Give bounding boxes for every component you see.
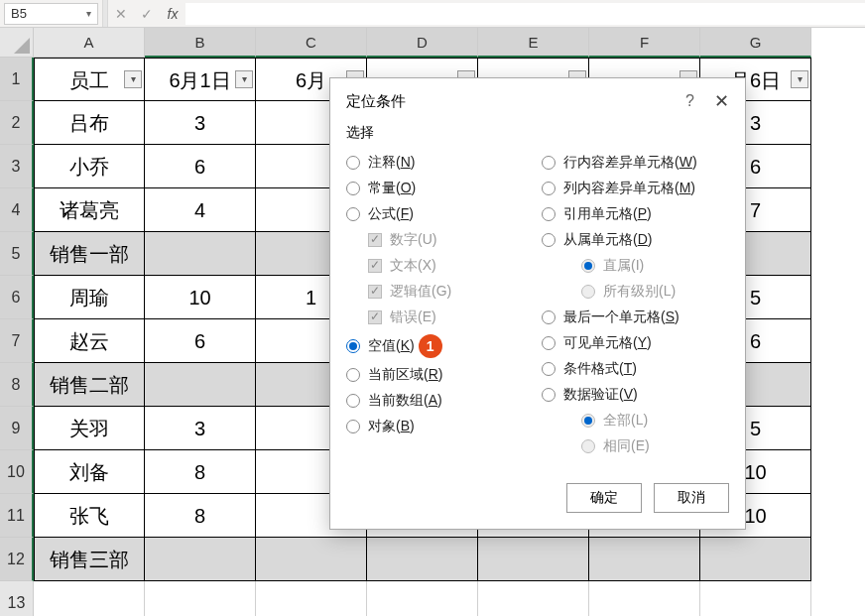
cell[interactable]: 3 — [145, 407, 256, 450]
formula-input[interactable] — [185, 3, 865, 25]
help-icon[interactable]: ? — [685, 92, 694, 110]
option-blank[interactable]: 空值(K)1 — [346, 330, 534, 362]
radio-icon[interactable] — [542, 336, 556, 350]
cell[interactable]: 周瑜 — [34, 276, 145, 319]
row-header[interactable]: 8 — [0, 363, 34, 407]
cell[interactable] — [589, 581, 700, 616]
option-last[interactable]: 最后一个单元格(S) — [542, 305, 729, 330]
row-header[interactable]: 3 — [0, 145, 34, 188]
fx-icon[interactable]: fx — [160, 6, 185, 22]
column-header[interactable]: F — [589, 28, 700, 58]
cell[interactable] — [478, 538, 589, 581]
column-header[interactable]: G — [700, 28, 811, 58]
option-array[interactable]: 当前数组(A) — [346, 388, 534, 414]
select-all-triangle[interactable] — [0, 28, 34, 58]
cell[interactable] — [145, 232, 256, 276]
option-valid[interactable]: 数据验证(V) — [542, 382, 729, 408]
column-header[interactable]: B — [145, 28, 256, 58]
radio-icon[interactable] — [346, 207, 360, 221]
radio-icon[interactable] — [346, 182, 360, 195]
cell[interactable]: 3 — [145, 101, 256, 145]
column-header[interactable]: D — [367, 28, 478, 58]
cell[interactable] — [145, 538, 256, 581]
cell[interactable]: 小乔 — [34, 145, 145, 188]
row-header[interactable]: 12 — [0, 538, 34, 581]
option-comment[interactable]: 注释(N) — [346, 150, 534, 176]
cell[interactable]: 赵云 — [34, 319, 145, 363]
option-object[interactable]: 对象(B) — [346, 414, 534, 439]
cell[interactable] — [145, 363, 256, 407]
filter-dropdown-icon[interactable]: ▾ — [791, 70, 808, 88]
cell[interactable]: 刘备 — [34, 450, 145, 494]
row-header[interactable]: 1 — [0, 58, 34, 101]
radio-icon[interactable] — [346, 368, 360, 382]
radio-icon[interactable] — [346, 339, 360, 353]
cell[interactable] — [700, 581, 811, 616]
radio-icon[interactable] — [346, 156, 360, 170]
enter-formula-icon[interactable]: ✓ — [134, 6, 160, 22]
cell[interactable]: 10 — [145, 276, 256, 319]
radio-icon[interactable] — [542, 362, 556, 376]
cell[interactable]: 8 — [145, 494, 256, 538]
option-cond[interactable]: 条件格式(T) — [542, 356, 729, 382]
ok-button[interactable]: 确定 — [566, 483, 642, 513]
radio-icon[interactable] — [542, 156, 556, 170]
cell[interactable] — [367, 581, 478, 616]
cell[interactable]: 销售一部 — [34, 232, 145, 276]
option-region[interactable]: 当前区域(R) — [346, 362, 534, 388]
row-header[interactable]: 10 — [0, 450, 34, 494]
radio-icon[interactable] — [542, 233, 556, 247]
row-header[interactable]: 13 — [0, 581, 34, 616]
cell[interactable]: 6 — [145, 319, 256, 363]
cell[interactable]: 吕布 — [34, 101, 145, 145]
cell[interactable]: 4 — [145, 188, 256, 232]
cell[interactable] — [589, 538, 700, 581]
row-header[interactable]: 6 — [0, 276, 34, 319]
row-header[interactable]: 4 — [0, 188, 34, 232]
cell[interactable] — [256, 538, 367, 581]
radio-icon[interactable] — [542, 182, 556, 195]
column-header[interactable]: E — [478, 28, 589, 58]
cancel-button[interactable]: 取消 — [654, 483, 729, 513]
column-header[interactable]: C — [256, 28, 367, 58]
cell[interactable] — [478, 581, 589, 616]
cell[interactable]: 诸葛亮 — [34, 188, 145, 232]
option-rowdiff[interactable]: 行内容差异单元格(W) — [542, 150, 729, 176]
radio-icon[interactable] — [542, 388, 556, 402]
cell[interactable] — [367, 538, 478, 581]
row-header[interactable]: 7 — [0, 319, 34, 363]
radio-icon[interactable] — [542, 310, 556, 324]
cell[interactable]: 张飞 — [34, 494, 145, 538]
row-header[interactable]: 11 — [0, 494, 34, 538]
filter-dropdown-icon[interactable]: ▾ — [235, 70, 253, 88]
option-formula[interactable]: 公式(F) — [346, 201, 534, 227]
close-icon[interactable]: ✕ — [714, 90, 729, 112]
cell[interactable]: 关羽 — [34, 407, 145, 450]
cancel-formula-icon[interactable]: ✕ — [108, 6, 134, 22]
option-dependent[interactable]: 从属单元格(D) — [542, 227, 729, 253]
cell[interactable] — [256, 581, 367, 616]
row-header[interactable]: 5 — [0, 232, 34, 276]
row-header[interactable]: 2 — [0, 101, 34, 145]
radio-icon[interactable] — [346, 420, 360, 433]
option-coldiff[interactable]: 列内容差异单元格(M) — [542, 176, 729, 201]
column-header[interactable]: A — [34, 28, 145, 58]
radio-icon[interactable] — [346, 394, 360, 408]
cell[interactable] — [145, 581, 256, 616]
radio-icon[interactable] — [542, 207, 556, 221]
cell[interactable]: 6 — [145, 145, 256, 188]
chevron-down-icon[interactable]: ▾ — [86, 8, 91, 19]
cell[interactable]: 销售二部 — [34, 363, 145, 407]
filter-dropdown-icon[interactable]: ▾ — [124, 70, 142, 88]
cell[interactable]: 8 — [145, 450, 256, 494]
cell[interactable] — [700, 538, 811, 581]
cell[interactable]: 销售三部 — [34, 538, 145, 581]
name-box[interactable]: B5 ▾ — [4, 3, 98, 25]
cell[interactable]: 6月1日▾ — [145, 58, 256, 101]
row-header[interactable]: 9 — [0, 407, 34, 450]
option-precedent[interactable]: 引用单元格(P) — [542, 201, 729, 227]
option-constant[interactable]: 常量(O) — [346, 176, 534, 201]
cell[interactable] — [34, 581, 145, 616]
option-visible[interactable]: 可见单元格(Y) — [542, 330, 729, 356]
cell[interactable]: 员工▾ — [34, 58, 145, 101]
